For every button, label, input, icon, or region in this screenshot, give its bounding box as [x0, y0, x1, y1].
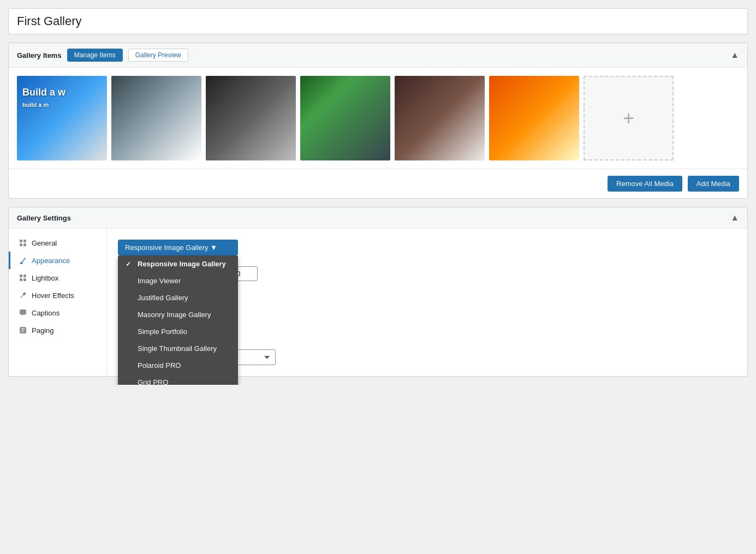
sidebar-item-paging[interactable]: Paging [9, 321, 106, 339]
sidebar-item-hover-effects[interactable]: Hover Effects [9, 287, 106, 304]
sidebar-label-appearance: Appearance [32, 257, 70, 265]
add-media-item-btn[interactable]: + [584, 76, 674, 160]
tab-manage-items[interactable]: Manage Items [67, 49, 123, 62]
dropdown-label-responsive: Responsive Image Gallery [138, 260, 226, 268]
tab-gallery-preview[interactable]: Gallery Preview [128, 49, 188, 62]
check-icon-responsive: ✓ [126, 260, 133, 268]
sidebar-label-paging: Paging [32, 326, 53, 335]
gallery-thumb-6[interactable] [489, 76, 579, 160]
sidebar-item-lightbox[interactable]: Lightbox [9, 269, 106, 287]
sidebar-label-general: General [32, 239, 57, 247]
dropdown-item-thumbnail[interactable]: Single Thumbnail Gallery [118, 340, 238, 357]
svg-rect-5 [23, 275, 26, 277]
dropdown-item-image-viewer[interactable]: Image Viewer [118, 272, 238, 289]
dropdown-item-portfolio[interactable]: Simple Portfolio [118, 323, 238, 340]
gallery-title-input[interactable] [17, 14, 739, 28]
brush-icon [19, 256, 27, 265]
gallery-settings-collapse-icon[interactable]: ▲ [730, 213, 739, 223]
dropdown-label-polaroid: Polaroid PRO [138, 361, 181, 370]
svg-rect-7 [23, 278, 26, 281]
gallery-type-button[interactable]: Responsive Image Gallery ▼ [118, 240, 238, 255]
gallery-items-header-left: Gallery Items Manage Items Gallery Previ… [17, 49, 188, 62]
gallery-thumb-1[interactable]: Build a wbuild a m [17, 76, 107, 160]
settings-sidebar: General Appearance [9, 229, 107, 376]
add-item-icon: + [623, 107, 634, 130]
dropdown-label-justified: Justified Gallery [138, 294, 188, 302]
settings-layout: General Appearance [9, 229, 747, 376]
sidebar-item-general[interactable]: General [9, 234, 106, 252]
dropdown-item-grid[interactable]: Grid PRO [118, 374, 238, 385]
dropdown-label-thumbnail: Single Thumbnail Gallery [138, 344, 217, 353]
svg-rect-2 [20, 243, 22, 246]
chat-icon [19, 308, 27, 317]
book-icon [19, 326, 27, 335]
gallery-type-wrapper: Responsive Image Gallery ▼ ✓ Responsive … [118, 240, 238, 255]
gallery-thumb-4[interactable] [300, 76, 390, 160]
gallery-thumb-2[interactable] [111, 76, 201, 160]
gallery-items-title: Gallery Items [17, 51, 62, 59]
dropdown-item-masonry[interactable]: Masonry Image Gallery [118, 306, 238, 323]
svg-rect-1 [23, 240, 26, 242]
remove-all-media-button[interactable]: Remove All Media [608, 176, 682, 192]
svg-rect-8 [20, 309, 26, 314]
gallery-thumb-5[interactable] [395, 76, 485, 160]
gallery-thumb-3[interactable] [206, 76, 296, 160]
gallery-type-dropdown: ✓ Responsive Image Gallery Image Viewer … [118, 255, 238, 385]
dropdown-label-portfolio: Simple Portfolio [138, 327, 187, 336]
thumb-text-1: Build a wbuild a m [17, 76, 107, 121]
svg-rect-3 [23, 243, 26, 246]
gallery-type-selected-label: Responsive Image Gallery [125, 243, 208, 252]
dropdown-item-polaroid[interactable]: Polaroid PRO [118, 357, 238, 374]
dropdown-item-responsive[interactable]: ✓ Responsive Image Gallery [118, 255, 238, 272]
sidebar-label-hover-effects: Hover Effects [32, 291, 74, 300]
add-media-button[interactable]: Add Media [688, 176, 739, 192]
settings-content: Responsive Image Gallery ▼ ✓ Responsive … [107, 229, 747, 376]
wrench-icon [19, 291, 27, 300]
gallery-settings-title: Gallery Settings [17, 214, 71, 222]
dropdown-label-grid: Grid PRO [138, 378, 168, 385]
svg-rect-0 [20, 240, 22, 242]
gallery-grid: Build a wbuild a m + [17, 76, 739, 160]
gallery-items-footer: Remove All Media Add Media [9, 169, 747, 198]
dropdown-label-masonry: Masonry Image Gallery [138, 311, 211, 319]
gallery-settings-header: Gallery Settings ▲ [9, 207, 747, 229]
svg-rect-6 [20, 278, 22, 281]
dropdown-label-image-viewer: Image Viewer [138, 277, 181, 285]
gallery-items-collapse-icon[interactable]: ▲ [730, 50, 739, 60]
thumb-sub-1: build a m [22, 102, 49, 108]
svg-rect-4 [20, 275, 22, 277]
grid-icon [19, 239, 27, 247]
gallery-items-header: Gallery Items Manage Items Gallery Previ… [9, 43, 747, 68]
gallery-grid-area: Build a wbuild a m + [9, 68, 747, 169]
dropdown-item-justified[interactable]: Justified Gallery [118, 289, 238, 306]
sidebar-label-captions: Captions [32, 309, 59, 317]
gallery-title-bar [8, 8, 748, 34]
gallery-items-panel: Gallery Items Manage Items Gallery Previ… [8, 43, 748, 199]
gallery-settings-panel: Gallery Settings ▲ General [8, 207, 748, 377]
sidebar-item-appearance[interactable]: Appearance [9, 252, 106, 269]
lightbox-icon [19, 273, 27, 282]
sidebar-label-lightbox: Lightbox [32, 274, 58, 282]
sidebar-item-captions[interactable]: Captions [9, 304, 106, 321]
